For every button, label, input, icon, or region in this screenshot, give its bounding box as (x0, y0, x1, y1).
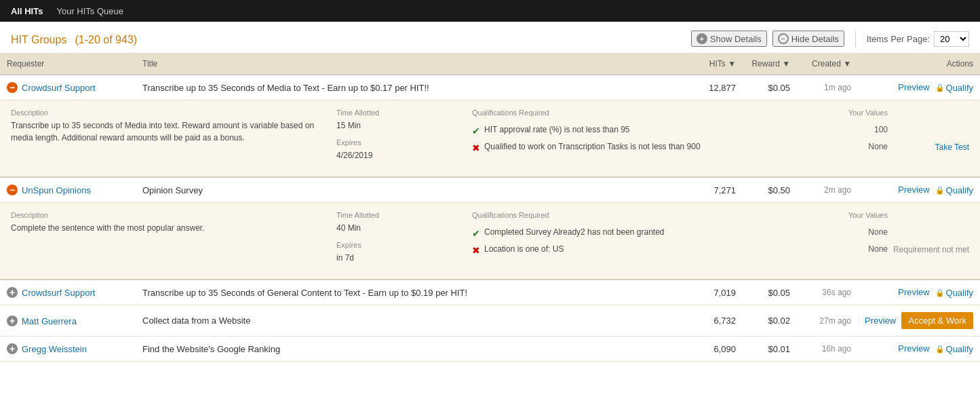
created-cell: 2m ago (797, 177, 858, 203)
requester-link[interactable]: Crowdsurf Support (22, 288, 95, 298)
show-details-button[interactable]: + Show Details (691, 31, 767, 47)
reward-cell: $0.05 (743, 280, 797, 305)
requester-cell: −UnSpun Opinions (0, 177, 136, 203)
your-value: None (806, 142, 888, 151)
toggle-button[interactable]: + (7, 343, 18, 354)
detail-cell: DescriptionTranscribe up to 35 seconds o… (0, 100, 980, 178)
req-not-met: Requirement not met (893, 245, 969, 254)
table-row: +Matt GuerreraCollect data from a Websit… (0, 305, 980, 337)
qual-action[interactable]: Take Test (888, 142, 969, 152)
detail-description: DescriptionTranscribe up to 35 seconds o… (11, 109, 336, 168)
title-cell: Transcribe up to 35 Seconds of Media to … (136, 75, 688, 100)
actions-cell: PreviewAccept & Work (858, 305, 980, 337)
preview-link[interactable]: Preview (898, 82, 929, 92)
col-actions: Actions (858, 54, 980, 75)
detail-timing: Time Allotted 15 Min Expires 4/26/2019 (336, 109, 472, 168)
nav-queue[interactable]: Your HITs Queue (56, 6, 123, 16)
col-title: Title (136, 54, 688, 75)
title-cell: Transcribe up to 35 Seconds of General C… (136, 280, 688, 305)
qual-fail-icon: ✖ (472, 245, 480, 256)
preview-link[interactable]: Preview (898, 343, 929, 354)
hit-count: (1-20 of 943) (75, 34, 138, 45)
accept-work-button[interactable]: Accept & Work (901, 312, 973, 329)
preview-link[interactable]: Preview (898, 185, 929, 195)
qual-pass-icon: ✔ (472, 228, 480, 239)
hits-cell: 12,877 (688, 75, 743, 100)
title-cell: Opinion Survey (136, 177, 688, 203)
created-cell: 1m ago (797, 75, 858, 100)
requester-link[interactable]: Matt Guerrera (22, 316, 77, 326)
preview-link[interactable]: Preview (898, 287, 929, 297)
qualify-link[interactable]: 🔒 Qualify (935, 288, 973, 298)
qual-action[interactable]: Requirement not met (888, 244, 969, 254)
preview-link[interactable]: Preview (865, 316, 896, 326)
hide-details-icon: − (778, 33, 789, 44)
requester-cell: +Matt Guerrera (0, 305, 136, 337)
hide-details-button[interactable]: − Hide Details (772, 31, 844, 47)
col-created[interactable]: Created ▼ (797, 54, 858, 75)
title-cell: Collect data from a Website (136, 305, 688, 337)
your-value: None (806, 244, 888, 254)
nav-all-hits[interactable]: All HITs (11, 6, 43, 16)
detail-timing: Time Allotted 40 Min Expires in 7d (336, 211, 472, 271)
lock-icon: 🔒 (935, 345, 945, 354)
qualify-link[interactable]: 🔒 Qualify (935, 344, 973, 354)
toggle-button[interactable]: + (7, 287, 18, 298)
your-value: None (806, 227, 888, 237)
created-cell: 16h ago (797, 337, 858, 362)
actions-cell: Preview🔒 Qualify (858, 75, 980, 100)
requester-link[interactable]: Gregg Weisstein (22, 344, 87, 354)
reward-cell: $0.05 (743, 75, 797, 100)
header-controls: + Show Details − Hide Details Items Per … (691, 31, 969, 47)
detail-row: DescriptionTranscribe up to 35 seconds o… (0, 100, 980, 178)
toggle-button[interactable]: + (7, 316, 18, 326)
page-header: HIT Groups (1-20 of 943) + Show Details … (0, 22, 980, 54)
requester-cell: +Crowdsurf Support (0, 280, 136, 305)
lock-icon: 🔒 (935, 288, 945, 297)
qual-pass-icon: ✔ (472, 126, 480, 136)
take-test-link[interactable]: Take Test (935, 142, 969, 152)
hits-cell: 6,732 (688, 305, 743, 337)
top-nav: All HITs Your HITs Queue (0, 0, 980, 22)
requester-cell: −Crowdsurf Support (0, 75, 136, 100)
show-details-icon: + (697, 33, 707, 44)
divider (855, 31, 856, 47)
table-row: −UnSpun OpinionsOpinion Survey7,271$0.50… (0, 177, 980, 203)
requester-cell: +Gregg Weisstein (0, 337, 136, 362)
col-requester: Requester (0, 54, 136, 75)
your-value: 100 (806, 125, 888, 134)
reward-cell: $0.02 (743, 305, 797, 337)
hit-table: Requester Title HITs ▼ Reward ▼ Created … (0, 54, 980, 362)
created-cell: 36s ago (797, 280, 858, 305)
reward-cell: $0.50 (743, 177, 797, 203)
actions-cell: Preview🔒 Qualify (858, 337, 980, 362)
reward-cell: $0.01 (743, 337, 797, 362)
qualify-link[interactable]: 🔒 Qualify (935, 185, 973, 195)
qual-text: HIT approval rate (%) is not less than 9… (484, 125, 806, 134)
items-per-page-control: Items Per Page: 20 50 100 (867, 31, 969, 47)
qual-text: Location is one of: US (484, 244, 806, 254)
table-body: −Crowdsurf SupportTranscribe up to 35 Se… (0, 75, 980, 362)
items-per-page-select[interactable]: 20 50 100 (934, 31, 969, 47)
qual-fail-icon: ✖ (472, 142, 480, 153)
actions-cell: Preview🔒 Qualify (858, 280, 980, 305)
table-row: −Crowdsurf SupportTranscribe up to 35 Se… (0, 75, 980, 100)
toggle-button[interactable]: − (7, 185, 18, 195)
toggle-button[interactable]: − (7, 82, 18, 93)
lock-icon: 🔒 (935, 83, 945, 92)
created-cell: 27m ago (797, 305, 858, 337)
col-hits[interactable]: HITs ▼ (688, 54, 743, 75)
table-header: Requester Title HITs ▼ Reward ▼ Created … (0, 54, 980, 75)
actions-cell: Preview🔒 Qualify (858, 177, 980, 203)
requester-link[interactable]: Crowdsurf Support (22, 83, 95, 93)
table-row: +Crowdsurf SupportTranscribe up to 35 Se… (0, 280, 980, 305)
detail-row: DescriptionComplete the sentence with th… (0, 203, 980, 280)
hits-cell: 7,271 (688, 177, 743, 203)
hits-cell: 6,090 (688, 337, 743, 362)
requester-link[interactable]: UnSpun Opinions (22, 185, 91, 195)
detail-qualifications: Qualifications Required Your Values ✔ Co… (472, 211, 969, 271)
qual-text: Qualified to work on Transcription Tasks… (484, 142, 806, 151)
detail-cell: DescriptionComplete the sentence with th… (0, 203, 980, 280)
qualify-link[interactable]: 🔒 Qualify (935, 83, 973, 93)
col-reward[interactable]: Reward ▼ (743, 54, 797, 75)
